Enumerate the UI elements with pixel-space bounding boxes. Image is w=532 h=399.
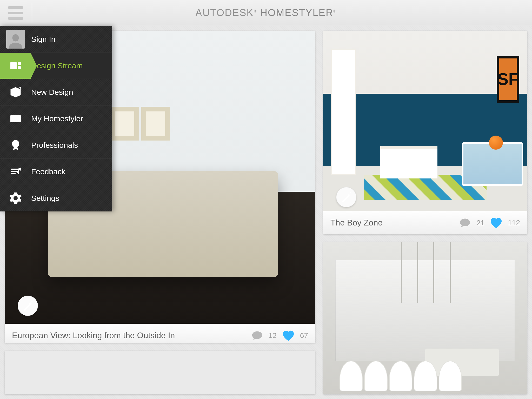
brand-title: AUTODESK® HOMESTYLER® xyxy=(195,7,336,18)
menu-label: Design Stream xyxy=(31,61,83,70)
card-footer: European View: Looking from the Outside … xyxy=(5,324,315,343)
magic-wand-button[interactable] xyxy=(18,296,38,316)
design-title: European View: Looking from the Outside … xyxy=(12,331,175,340)
svg-point-9 xyxy=(14,142,17,145)
design-thumbnail xyxy=(323,242,527,394)
gear-icon xyxy=(9,192,22,204)
like-icon[interactable] xyxy=(282,330,294,341)
magic-wand-button[interactable] xyxy=(336,187,356,207)
design-title: The Boy Zone xyxy=(330,218,383,228)
sidebar-item-new-design[interactable]: New Design xyxy=(0,79,112,105)
wand-icon xyxy=(340,191,353,203)
sidebar-item-signin[interactable]: Sign In xyxy=(0,26,112,52)
brand-name: HOMESTYLER xyxy=(260,7,334,18)
comment-count: 12 xyxy=(269,331,277,340)
award-icon xyxy=(9,139,22,151)
brand-prefix: AUTODESK xyxy=(195,7,254,18)
svg-rect-2 xyxy=(18,66,21,69)
design-card[interactable] xyxy=(323,242,527,394)
comment-icon[interactable] xyxy=(459,217,471,229)
svg-rect-0 xyxy=(10,62,17,69)
design-card[interactable]: SF The Boy Zone 21 112 xyxy=(323,31,527,234)
svg-rect-1 xyxy=(18,62,21,65)
like-icon[interactable] xyxy=(490,217,502,228)
svg-point-4 xyxy=(12,117,15,119)
menu-label: Sign In xyxy=(31,35,55,44)
sidebar-item-my-homestyler[interactable]: My Homestyler xyxy=(0,105,112,132)
sidebar-item-design-stream[interactable]: Design Stream xyxy=(0,52,112,79)
svg-rect-6 xyxy=(17,118,20,119)
poster-text: SF xyxy=(497,56,519,103)
menu-label: Professionals xyxy=(31,141,78,150)
card-footer: The Boy Zone 21 112 xyxy=(323,211,527,234)
feedback-icon xyxy=(9,165,22,178)
sidebar-menu: Sign In Design Stream New Design xyxy=(0,26,112,211)
comment-icon[interactable] xyxy=(251,330,263,341)
design-thumbnail: SF xyxy=(323,31,527,211)
menu-label: Settings xyxy=(31,194,59,203)
idcard-icon xyxy=(9,112,22,125)
sidebar-item-professionals[interactable]: Professionals xyxy=(0,132,112,158)
sidebar-item-settings[interactable]: Settings xyxy=(0,185,112,211)
box-icon xyxy=(9,86,22,98)
stream-icon xyxy=(9,59,22,72)
design-card[interactable] xyxy=(5,351,315,394)
like-count: 112 xyxy=(508,219,520,227)
svg-rect-5 xyxy=(17,117,20,117)
like-count: 67 xyxy=(300,331,308,340)
menu-toggle-button[interactable] xyxy=(8,6,23,20)
menu-label: New Design xyxy=(31,88,73,97)
app-header: AUTODESK® HOMESTYLER® xyxy=(0,0,532,26)
avatar-icon xyxy=(6,30,25,49)
menu-label: My Homestyler xyxy=(31,114,83,123)
svg-rect-7 xyxy=(17,120,19,121)
comment-count: 21 xyxy=(476,219,484,227)
menu-label: Feedback xyxy=(31,167,65,176)
header-divider xyxy=(32,3,32,23)
wand-icon xyxy=(22,300,34,312)
sidebar-item-feedback[interactable]: Feedback xyxy=(0,158,112,185)
